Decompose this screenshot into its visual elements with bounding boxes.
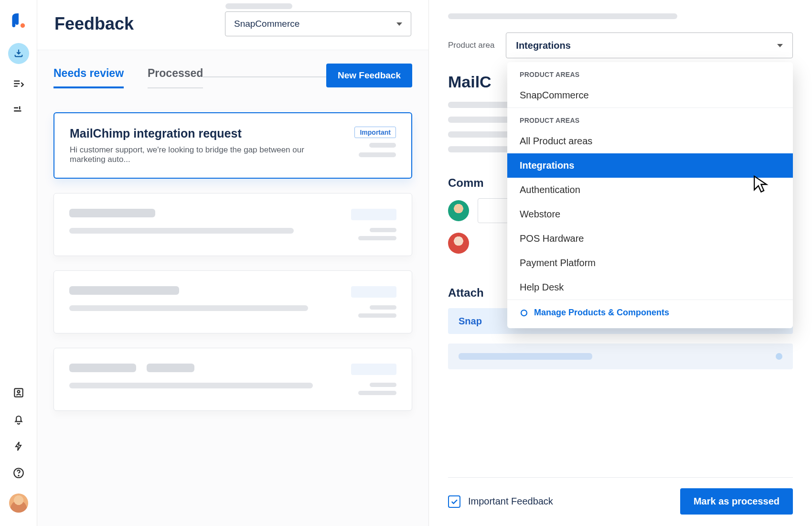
product-select[interactable]: SnapCommerce	[225, 11, 411, 36]
manage-products-link[interactable]: Manage Products & Components	[507, 300, 793, 325]
bell-icon[interactable]	[12, 413, 25, 426]
manage-products-label: Manage Products & Components	[534, 308, 669, 318]
important-badge: Important	[354, 127, 396, 138]
inbox-tray-icon[interactable]	[8, 43, 29, 64]
contacts-icon[interactable]	[12, 386, 25, 399]
feedback-card-selected[interactable]: MailChimp integration request Hi custome…	[53, 112, 412, 179]
svg-point-5	[521, 310, 527, 316]
svg-point-4	[18, 475, 19, 476]
priorities-icon[interactable]	[12, 103, 25, 116]
dropdown-item[interactable]: All Product areas	[507, 129, 793, 153]
important-checkbox-label: Important Feedback	[468, 496, 553, 507]
bolt-icon[interactable]	[12, 440, 25, 452]
new-feedback-button[interactable]: New Feedback	[326, 64, 412, 87]
feedback-card-placeholder[interactable]	[53, 348, 412, 411]
feedback-card-placeholder[interactable]	[53, 270, 412, 333]
chevron-down-icon	[396, 22, 402, 26]
dropdown-item[interactable]: Webstore	[507, 202, 793, 226]
dropdown-item-selected[interactable]: Integrations	[507, 153, 793, 178]
user-avatar[interactable]	[9, 494, 28, 513]
chevron-down-icon	[777, 44, 783, 47]
important-checkbox[interactable]	[448, 495, 460, 508]
meta-skeleton	[359, 152, 396, 157]
commenter-avatar	[448, 233, 469, 254]
page-title: Feedback	[54, 14, 134, 34]
dropdown-item[interactable]: Payment Platform	[507, 251, 793, 275]
feedback-card-placeholder[interactable]	[53, 193, 412, 256]
tab-processed[interactable]: Processed	[148, 67, 203, 88]
status-dot-icon	[776, 353, 782, 360]
product-select-value: SnapCommerce	[234, 19, 299, 29]
svg-point-2	[17, 390, 20, 393]
help-icon[interactable]	[12, 467, 25, 479]
mark-processed-button[interactable]: Mark as processed	[680, 488, 793, 515]
app-logo-icon[interactable]	[11, 13, 27, 30]
dropdown-section-header: PRODUCT AREAS	[507, 108, 793, 129]
feedback-list-panel: Feedback SnapCommerce Needs review Proce…	[37, 0, 429, 526]
attached-idea-item[interactable]	[448, 344, 793, 369]
dropdown-item[interactable]: POS Hardware	[507, 226, 793, 251]
select-label-skeleton	[225, 3, 292, 9]
product-area-dropdown: PRODUCT AREAS SnapCommerce PRODUCT AREAS…	[507, 62, 793, 328]
cursor-icon	[752, 175, 769, 194]
dropdown-section-header: PRODUCT AREAS	[507, 62, 793, 83]
meta-skeleton	[369, 143, 396, 148]
product-area-label: Product area	[448, 41, 494, 50]
dropdown-item-parent[interactable]: SnapCommerce	[507, 83, 793, 107]
dropdown-item[interactable]: Help Desk	[507, 275, 793, 300]
feedback-detail-panel: Product area Integrations PRODUCT AREAS …	[429, 0, 812, 526]
breadcrumb-skeleton	[448, 13, 677, 19]
attached-item-name: Snap	[459, 316, 482, 327]
product-area-value: Integrations	[516, 40, 570, 51]
feedback-card-title: MailChimp integration request	[70, 127, 334, 140]
commenter-avatar	[448, 200, 469, 221]
product-area-select[interactable]: Integrations	[506, 32, 793, 58]
svg-point-0	[20, 23, 24, 28]
sidebar	[0, 0, 37, 526]
tab-needs-review[interactable]: Needs review	[53, 67, 124, 88]
detail-footer: Important Feedback Mark as processed	[448, 477, 793, 526]
dropdown-item[interactable]: Authentication	[507, 178, 793, 202]
feedback-card-preview: Hi customer support, we're looking to br…	[70, 145, 334, 164]
list-arrow-icon[interactable]	[12, 77, 25, 90]
